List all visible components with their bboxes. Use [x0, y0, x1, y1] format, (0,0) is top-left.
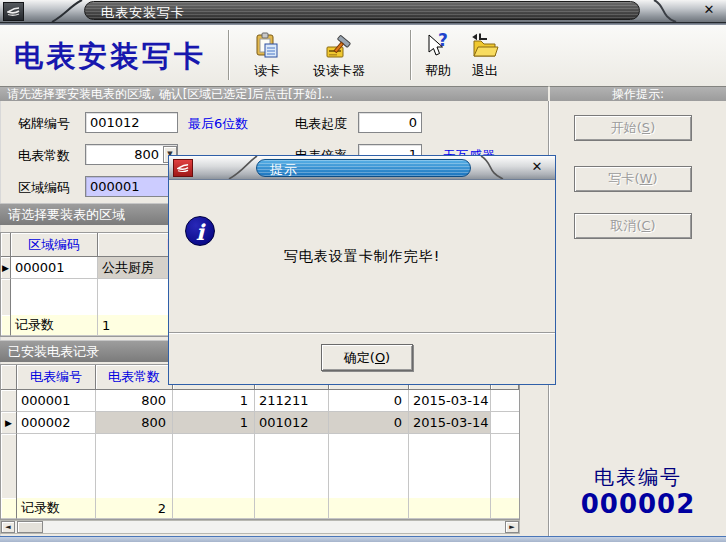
start-button[interactable]: 开始(S) — [574, 115, 692, 141]
dialog-titlebar: 提示 ✕ — [169, 156, 555, 180]
dialog-title: 提示 — [270, 161, 298, 179]
app-window: 电表安装写卡 ✕ 电表安装写卡 读卡 — [0, 0, 726, 542]
row-marker-icon: ▶ — [1, 412, 17, 434]
meter-no-caption: 电表编号 — [549, 464, 726, 491]
read-card-label: 读卡 — [238, 62, 296, 80]
close-icon[interactable]: ✕ — [701, 2, 717, 18]
btn-text: 写卡( — [608, 171, 639, 186]
meter-no-cell[interactable]: 000001 — [17, 390, 96, 412]
horizontal-scrollbar[interactable]: ◄ ► — [0, 520, 520, 534]
btn-key: C — [641, 218, 650, 233]
window-bottom-border — [0, 536, 726, 542]
empty-cell — [491, 498, 519, 519]
empty-cell — [409, 498, 491, 519]
titlebar: 电表安装写卡 ✕ — [0, 0, 726, 23]
meter-no-cell[interactable]: 000002 — [17, 412, 96, 434]
write-card-button[interactable]: 写卡(W) — [574, 166, 692, 192]
scroll-right-icon[interactable]: ► — [505, 521, 519, 533]
window-title: 电表安装写卡 — [101, 4, 185, 22]
empty-cell — [255, 434, 329, 498]
clipboard-card-icon — [238, 30, 296, 60]
meter-multiplier-cell[interactable]: 1 — [173, 412, 255, 434]
meter-grid-footer: 记录数 2 — [1, 498, 519, 519]
titlebar-pill: 电表安装写卡 — [84, 1, 640, 20]
setup-reader-button[interactable]: 设读卡器 — [300, 30, 378, 80]
titlebar-swoosh-right — [644, 0, 680, 22]
row-marker-icon: ▶ — [1, 257, 11, 279]
empty-cell — [1, 498, 17, 519]
meter-date-cell[interactable]: 2015-03-14 — [409, 412, 491, 434]
empty-cell — [1, 315, 11, 336]
reader-hammer-icon — [300, 30, 378, 60]
exit-button[interactable]: 退出 — [462, 30, 508, 80]
toolbar-separator — [228, 30, 230, 80]
toolbar-separator — [410, 30, 412, 80]
area-code-label: 区域编码 — [18, 179, 70, 197]
btn-text: ) — [652, 171, 657, 186]
meter-date-cell[interactable]: 2015-03-14 — [409, 390, 491, 412]
empty-cell — [96, 434, 173, 498]
toolbar: 电表安装写卡 读卡 — [0, 25, 726, 87]
meter-grid-empty — [1, 434, 519, 498]
table-row[interactable]: ▶ 000002 800 1 001012 0 2015-03-14 — [1, 412, 519, 434]
area-code-field[interactable]: 000001 — [85, 176, 178, 197]
meter-start-cell[interactable]: 0 — [329, 390, 409, 412]
nameplate-field[interactable]: 001012 — [85, 112, 178, 133]
btn-text: ) — [650, 120, 655, 135]
empty-cell — [329, 498, 409, 519]
empty-cell — [329, 434, 409, 498]
message-dialog: 提示 ✕ i 写电表设置卡制作完毕! 确定(O) — [168, 155, 556, 385]
meter-grid-col-constant[interactable]: 电表常数 — [96, 365, 173, 390]
btn-text: ) — [385, 350, 390, 365]
side-panel: 开始(S) 写卡(W) 取消(C) 电表编号 000002 — [548, 101, 726, 536]
area-grid-col-code[interactable]: 区域编码 — [11, 233, 98, 257]
help-label: 帮助 — [415, 62, 461, 80]
area-record-count-label: 记录数 — [11, 315, 98, 336]
cancel-button[interactable]: 取消(C) — [574, 213, 692, 239]
meter-grid-selector-header — [1, 365, 17, 390]
titlebar-swoosh-left — [48, 0, 84, 22]
empty-cell — [255, 498, 329, 519]
meter-start-cell[interactable]: 0 — [329, 412, 409, 434]
page-title: 电表安装写卡 — [14, 37, 206, 77]
app-logo-icon — [3, 2, 24, 21]
empty-cell — [1, 279, 11, 315]
dialog-message: 写电表设置卡制作完毕! — [169, 248, 555, 266]
empty-cell — [1, 434, 17, 498]
table-row[interactable]: 000001 800 1 211211 0 2015-03-14 — [1, 390, 519, 412]
dialog-separator — [169, 332, 555, 334]
empty-cell — [1, 390, 17, 412]
btn-key: S — [642, 120, 650, 135]
exit-label: 退出 — [462, 62, 508, 80]
btn-text: 取消( — [610, 218, 641, 233]
help-button[interactable]: ? 帮助 — [415, 30, 461, 80]
ok-button[interactable]: 确定(O) — [321, 344, 413, 371]
meter-multiplier-cell[interactable]: 1 — [173, 390, 255, 412]
nameplate-label: 铭牌编号 — [18, 115, 70, 133]
start-reading-label: 电表起度 — [295, 115, 347, 133]
dialog-close-icon[interactable]: ✕ — [529, 159, 545, 175]
btn-text: ) — [651, 218, 656, 233]
empty-cell — [17, 434, 96, 498]
btn-text: 开始( — [611, 120, 642, 135]
meter-nameplate-cell[interactable]: 211211 — [255, 390, 329, 412]
empty-cell — [409, 434, 491, 498]
meter-grid-col-no[interactable]: 电表编号 — [17, 365, 96, 390]
meter-constant-label: 电表常数 — [18, 147, 70, 165]
info-icon: i — [185, 216, 215, 246]
empty-cell — [173, 434, 255, 498]
meter-grid: 电表编号 电表常数 000001 800 1 211211 0 2015-03-… — [0, 364, 520, 520]
empty-cell — [173, 498, 255, 519]
meter-constant-cell[interactable]: 800 — [96, 390, 173, 412]
scrollbar-thumb[interactable] — [17, 521, 43, 533]
btn-key: O — [375, 350, 385, 365]
dialog-logo-icon — [173, 159, 193, 177]
read-card-button[interactable]: 读卡 — [238, 30, 296, 80]
setup-reader-label: 设读卡器 — [300, 62, 378, 80]
meter-nameplate-cell[interactable]: 001012 — [255, 412, 329, 434]
exit-folder-icon — [462, 30, 508, 60]
scroll-left-icon[interactable]: ◄ — [1, 521, 15, 533]
meter-constant-cell[interactable]: 800 — [96, 412, 173, 434]
start-reading-field[interactable]: 0 — [358, 112, 422, 133]
area-code-cell[interactable]: 000001 — [11, 257, 98, 279]
